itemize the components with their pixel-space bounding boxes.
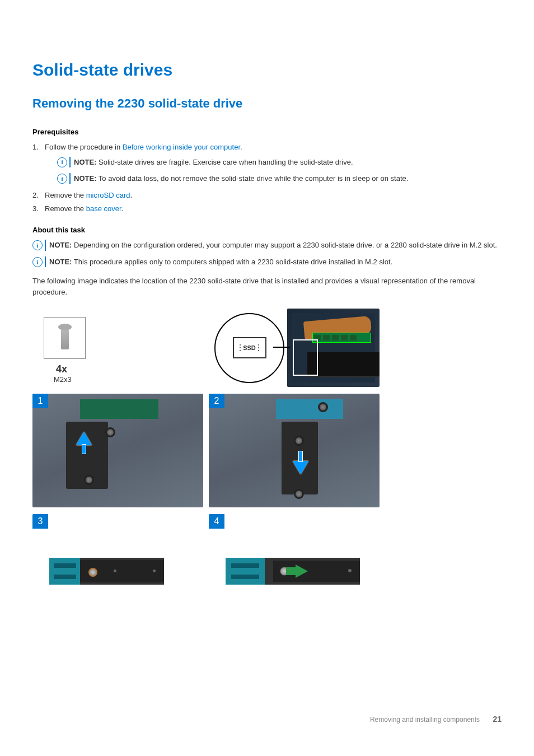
step-1-image: 1 (32, 394, 203, 507)
about-task-paragraph: The following image indicates the locati… (32, 276, 502, 297)
screw-count: 4x (56, 363, 67, 375)
note-data-loss: i NOTE: To avoid data loss, do not remov… (57, 173, 502, 184)
ssd-callout-panel: SSD (209, 309, 380, 387)
screw-type: M2x3 (54, 375, 72, 384)
section-heading: Removing the 2230 solid-state drive (32, 96, 502, 111)
screw-spec-panel: 4x M2x3 (32, 309, 203, 387)
prereq-step-2: 2. Remove the microSD card. (32, 190, 502, 202)
step-badge: 3 (32, 514, 48, 529)
step-2-image: 2 (209, 394, 380, 507)
note-fragile: i NOTE: Solid-state drives are fragile. … (57, 157, 502, 168)
ssd-chip-icon: SSD (233, 337, 266, 358)
info-icon: i (57, 174, 67, 184)
footer-section: Removing and installing components (370, 716, 480, 724)
about-task-heading: About this task (32, 226, 502, 234)
step-4-image: 4 (209, 514, 380, 628)
note-config: i NOTE: Depending on the configuration o… (32, 240, 502, 251)
ssd-callout-circle: SSD (214, 313, 284, 383)
info-icon: i (32, 257, 43, 267)
step-badge: 1 (32, 394, 48, 408)
page-title: Solid-state drives (32, 60, 502, 80)
step-3-image: 3 (32, 514, 203, 628)
prereq-step-3: 3. Remove the base cover. (32, 203, 502, 215)
laptop-overview (287, 309, 380, 387)
step-badge: 2 (209, 394, 224, 408)
link-microsd[interactable]: microSD card (86, 191, 130, 199)
prerequisites-heading: Prerequisites (32, 128, 502, 136)
screw-icon (44, 317, 86, 359)
info-icon: i (57, 157, 67, 167)
link-before-working[interactable]: Before working inside your computer (123, 143, 240, 151)
step-badge: 4 (209, 514, 224, 529)
info-icon: i (32, 240, 43, 250)
removal-diagram: 4x M2x3 SSD 1 2 (32, 309, 502, 628)
prereq-step-1: 1. Follow the procedure in Before workin… (32, 142, 502, 184)
page-number: 21 (493, 715, 502, 724)
page-footer: Removing and installing components 21 (370, 715, 502, 724)
arrow-right-icon (296, 564, 308, 578)
note-applies: i NOTE: This procedure applies only to c… (32, 256, 502, 268)
link-base-cover[interactable]: base cover (86, 204, 121, 213)
